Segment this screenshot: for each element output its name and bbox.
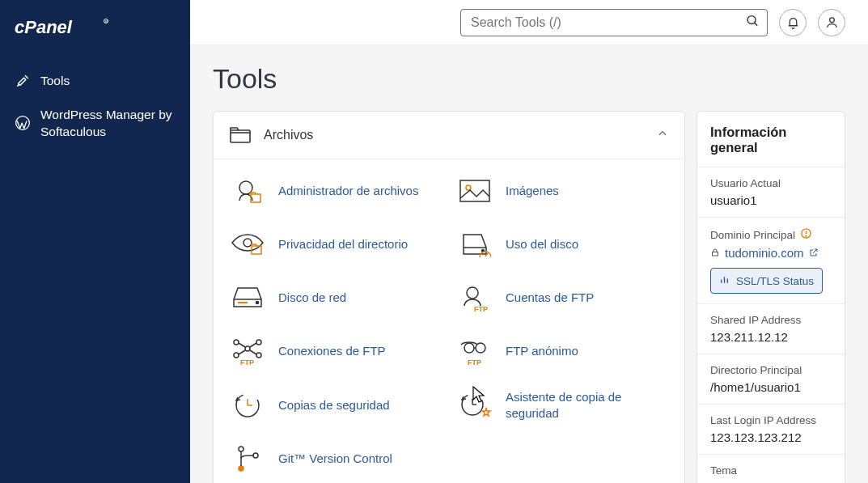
primary-domain-value: tudominio.com	[725, 246, 804, 260]
search-input[interactable]	[460, 9, 768, 36]
shared-ip-label: Shared IP Address	[710, 314, 832, 326]
search-container	[460, 9, 768, 36]
svg-line-30	[239, 350, 245, 354]
folder-icon	[230, 126, 251, 144]
tool-label: Asistente de copia de seguridad	[506, 389, 668, 421]
current-user-row: Usuario Actual usuario1	[697, 167, 845, 217]
svg-rect-49	[713, 252, 718, 256]
tool-directory-privacy[interactable]: Privacidad del directorio	[222, 224, 449, 265]
lock-icon	[710, 246, 720, 260]
svg-line-29	[250, 343, 256, 347]
svg-point-48	[806, 235, 807, 236]
backups-icon	[230, 390, 265, 421]
tool-label: Conexiones de FTP	[278, 343, 386, 359]
svg-rect-11	[460, 180, 489, 201]
last-login-label: Last Login IP Address	[710, 414, 832, 426]
directory-privacy-icon	[230, 229, 265, 260]
svg-point-24	[256, 340, 261, 345]
cpanel-logo-icon: cPanel R	[15, 17, 112, 38]
sidebar-item-label: Tools	[40, 72, 70, 90]
svg-text:FTP: FTP	[474, 305, 488, 312]
sidebar: cPanel R Tools WordPress Manager by Soft…	[0, 0, 190, 483]
svg-line-31	[250, 350, 256, 354]
tool-ftp-anonymous[interactable]: FTP FTP anónimo	[449, 331, 676, 371]
svg-point-4	[747, 15, 756, 23]
tools-icon	[15, 73, 31, 89]
last-login-row: Last Login IP Address 123.123.123.212	[697, 404, 845, 454]
svg-text:FTP: FTP	[240, 358, 254, 366]
primary-domain-label: Dominio Principal	[710, 227, 832, 242]
ssl-tls-status-button[interactable]: SSL/TLS Status	[710, 268, 823, 294]
theme-label: Tema	[710, 464, 832, 477]
tool-label: Copias de seguridad	[278, 397, 390, 413]
home-directory-label: Directorio Principal	[710, 364, 832, 376]
file-manager-icon	[230, 176, 265, 206]
ftp-accounts-icon: FTP	[457, 282, 493, 313]
files-panel-title: Archivos	[264, 128, 313, 142]
external-link-icon	[809, 246, 819, 260]
bell-icon	[786, 15, 800, 29]
sidebar-item-wordpress-manager[interactable]: WordPress Manager by Softaculous	[0, 98, 190, 149]
content-area: Tools Archivos	[190, 45, 868, 483]
home-directory-value: /home1/usuario1	[710, 380, 832, 394]
shared-ip-value: 123.211.12.12	[710, 330, 832, 344]
primary-domain-link[interactable]: tudominio.com	[710, 246, 832, 260]
git-icon	[230, 443, 265, 474]
general-info-panel: Información general Usuario Actual usuar…	[697, 111, 845, 483]
bars-icon	[719, 274, 730, 287]
cpanel-logo[interactable]: cPanel R	[0, 11, 190, 64]
svg-point-43	[239, 447, 243, 451]
tool-git-version-control[interactable]: Git™ Version Control	[222, 439, 449, 479]
network-disk-icon	[230, 282, 265, 313]
svg-text:FTP: FTP	[468, 358, 481, 366]
tool-network-disk[interactable]: Disco de red	[222, 278, 449, 318]
tool-label: Disco de red	[278, 290, 346, 306]
shared-ip-row: Shared IP Address 123.211.12.12	[697, 303, 845, 354]
svg-point-13	[243, 239, 252, 247]
ssl-button-label: SSL/TLS Status	[736, 275, 814, 287]
general-info-title: Información general	[710, 125, 832, 155]
svg-point-20	[256, 301, 258, 303]
user-icon	[825, 15, 839, 29]
tool-label: Cuentas de FTP	[506, 290, 594, 306]
svg-text:R: R	[105, 19, 108, 23]
primary-domain-row: Dominio Principal tu	[697, 217, 845, 303]
tool-label: Git™ Version Control	[278, 451, 392, 467]
tool-ftp-connections[interactable]: FTP Conexiones de FTP	[222, 331, 449, 371]
svg-point-44	[239, 466, 243, 471]
tool-label: Privacidad del directorio	[278, 236, 408, 252]
sidebar-item-label: WordPress Manager by Softaculous	[40, 106, 176, 141]
svg-point-45	[253, 453, 258, 458]
theme-row: Tema	[697, 454, 845, 483]
sidebar-item-tools[interactable]: Tools	[0, 64, 190, 98]
last-login-value: 123.123.123.212	[710, 430, 832, 444]
topbar	[190, 0, 868, 45]
user-menu-button[interactable]	[818, 9, 845, 36]
backup-wizard-icon	[457, 390, 493, 421]
tool-ftp-accounts[interactable]: FTP Cuentas de FTP	[449, 278, 676, 318]
tool-backup-wizard[interactable]: Asistente de copia de seguridad	[449, 384, 676, 426]
tool-label: Imágenes	[506, 183, 559, 199]
page-title: Tools	[213, 63, 845, 95]
svg-line-28	[239, 343, 245, 347]
svg-line-5	[755, 23, 758, 26]
disk-usage-icon	[457, 229, 493, 260]
search-icon[interactable]	[746, 14, 760, 31]
main-area: Tools Archivos	[190, 0, 868, 483]
svg-text:cPanel: cPanel	[15, 17, 73, 37]
notifications-button[interactable]	[779, 9, 807, 36]
tool-images[interactable]: Imágenes	[449, 171, 676, 211]
tool-label: Uso del disco	[506, 236, 578, 252]
tool-label: Administrador de archivos	[278, 183, 418, 199]
files-panel: Archivos	[213, 111, 685, 483]
current-user-value: usuario1	[710, 193, 832, 207]
tool-disk-usage[interactable]: Uso del disco	[449, 224, 676, 265]
files-panel-header[interactable]: Archivos	[214, 112, 684, 159]
tool-grid: Administrador de archivos Imágenes	[214, 159, 684, 483]
primary-domain-label-text: Dominio Principal	[710, 229, 795, 241]
tool-file-manager[interactable]: Administrador de archivos	[222, 171, 449, 211]
home-directory-row: Directorio Principal /home1/usuario1	[697, 354, 845, 404]
tool-backups[interactable]: Copias de seguridad	[222, 384, 449, 426]
current-user-label: Usuario Actual	[710, 177, 832, 189]
svg-point-26	[256, 353, 261, 358]
